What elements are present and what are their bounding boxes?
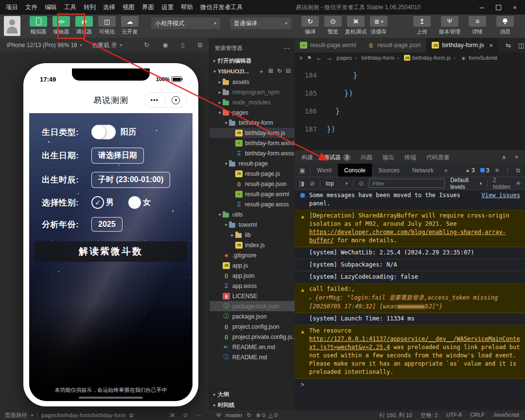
log-levels-dropdown[interactable]: Default levels ▾: [450, 177, 482, 190]
menu-item[interactable]: 视图: [122, 3, 135, 12]
toolbar-button[interactable]: 真机调试: [345, 16, 367, 35]
statusbar-item[interactable]: 空格: 2: [420, 412, 438, 419]
tree-item[interactable]: Ξ birthday-form.wxss: [210, 148, 295, 158]
popout-icon[interactable]: ⧉: [516, 167, 520, 174]
hidden-count[interactable]: 2 hidden: [493, 177, 510, 190]
tree-item[interactable]: ▸ miniprogram_npm: [210, 87, 295, 97]
radio-female[interactable]: [128, 196, 141, 209]
toolbar-button[interactable]: 编辑器: [50, 16, 72, 35]
compare-icon[interactable]: ⇆: [506, 42, 511, 49]
menu-item[interactable]: 转到: [84, 3, 96, 12]
rotate-icon[interactable]: ↻: [144, 41, 149, 49]
issue-counter[interactable]: 3: [480, 167, 490, 174]
statusbar-item[interactable]: 行 150, 列 10: [379, 412, 412, 419]
toolbar-button[interactable]: 编译: [299, 16, 321, 35]
minimize-button[interactable]: ─: [473, 1, 490, 14]
new-folder-icon[interactable]: ⊞: [268, 67, 273, 76]
date-picker[interactable]: 请选择日期: [91, 148, 144, 164]
refresh-icon[interactable]: ↻: [277, 67, 282, 76]
kebab-menu-icon[interactable]: ⋮: [505, 167, 510, 174]
editor-tab[interactable]: {} result-page.json ×: [362, 38, 426, 52]
tree-item[interactable]: ◆ .gitignore: [210, 250, 295, 260]
sync-icon[interactable]: ↻: [247, 412, 252, 419]
maximize-button[interactable]: [490, 1, 507, 14]
expand-toggle-icon[interactable]: ▸: [309, 296, 312, 301]
breadcrumb-item[interactable]: ◈ formSubmit: [451, 55, 497, 61]
split-editor-icon[interactable]: ◫: [518, 42, 524, 49]
menu-item[interactable]: 帮助: [181, 3, 193, 12]
tree-item[interactable]: Ξ result-page.wxss: [210, 199, 295, 209]
compile-dropdown[interactable]: 普通编译 ▾: [230, 17, 291, 29]
tree-item[interactable]: ▾ utils: [210, 209, 295, 219]
more-actions-icon[interactable]: ⋯: [283, 45, 290, 52]
mode-dropdown[interactable]: 小程序模式 ▾: [151, 17, 220, 29]
tree-item[interactable]: § LICENSE: [210, 291, 295, 301]
bug-icon[interactable]: Ж: [170, 412, 175, 419]
forward-icon[interactable]: →: [326, 54, 332, 61]
toolbar-button[interactable]: 上传: [408, 16, 436, 35]
tree-item[interactable]: {} project.private.config.js...: [210, 332, 295, 342]
tree-item[interactable]: JS index.js: [210, 240, 295, 250]
tree-item[interactable]: M↓ README.en.md: [210, 342, 295, 352]
context-selector[interactable]: top ▾: [326, 180, 348, 187]
devtools-tab[interactable]: Sources: [372, 164, 406, 177]
toolbar-button[interactable]: 预览: [322, 16, 344, 35]
close-button[interactable]: ×: [507, 1, 523, 14]
toolbar-button[interactable]: 消息: [491, 16, 519, 35]
console-message[interactable]: [295, 379, 525, 387]
copy-icon[interactable]: ⧉: [129, 412, 133, 419]
close-tab-icon[interactable]: ×: [490, 42, 493, 49]
device-selector[interactable]: iPhone 12/13 (Pro) 96% 16: [7, 42, 77, 49]
radio-male-checked[interactable]: ✓: [91, 196, 104, 209]
menu-item[interactable]: 微信开发者工具: [200, 3, 243, 12]
editor-tab[interactable]: ‹› result-page.wxml ×: [295, 38, 362, 52]
git-status[interactable]: Ψ master ↻ ⊗ 0 △ 0: [209, 412, 278, 419]
devtools-tab[interactable]: Network: [406, 164, 440, 177]
editor-tab[interactable]: JS birthday-form.js ×: [426, 38, 499, 52]
tree-item[interactable]: ‹› birthday-form.wxml: [210, 138, 295, 148]
tree-item[interactable]: ⓙ package-lock.json: [210, 301, 295, 311]
toolbar-button[interactable]: 清缓存: [368, 16, 390, 35]
toolbar-button[interactable]: 模拟器: [27, 16, 50, 35]
calendar-type-toggle[interactable]: [91, 125, 116, 139]
menu-item[interactable]: 工具: [64, 3, 76, 12]
open-editors-section[interactable]: ▸ 打开的编辑器: [210, 55, 295, 66]
devtools-tab[interactable]: Console: [338, 164, 372, 177]
tree-item[interactable]: ▸ lib: [210, 230, 295, 240]
panel-tab[interactable]: 代码质量: [426, 153, 450, 162]
more-actions-icon[interactable]: ⋯: [196, 412, 201, 419]
tree-item[interactable]: {} result-page.json: [210, 179, 295, 189]
statusbar-item[interactable]: CRLF: [470, 412, 485, 419]
code-area[interactable]: 184 } 185 }) 186 } 187 }): [295, 63, 525, 151]
tree-item[interactable]: ▾ birthday-form: [210, 118, 295, 128]
panel-tab[interactable]: 构建: [301, 153, 313, 162]
console-message[interactable]: Some messages have been moved to the Iss…: [295, 190, 525, 210]
error-counter[interactable]: ⊗ 0 △ 0: [256, 412, 277, 419]
page-path[interactable]: pages/birthday-form/birthday-form: [41, 412, 125, 418]
tree-item[interactable]: JS result-page.js: [210, 168, 295, 179]
console-messages[interactable]: Some messages have been moved to the Iss…: [295, 190, 525, 410]
back-icon[interactable]: ←: [316, 54, 322, 61]
toolbar-button[interactable]: 版本管理: [436, 16, 463, 35]
tree-item[interactable]: Ξ app.wxss: [210, 281, 295, 291]
panel-tab[interactable]: 调试器 3: [323, 153, 350, 162]
console-message[interactable]: [Deprecation] SharedArrayBuffer will req…: [295, 210, 525, 247]
toolbar-button[interactable]: 云开发: [119, 16, 141, 35]
close-panel-icon[interactable]: ×: [515, 154, 518, 161]
breadcrumb-item[interactable]: birthday-form: [352, 55, 395, 61]
bookmark-icon[interactable]: ⚑: [307, 55, 312, 61]
tree-item[interactable]: ▸ node_modules: [210, 97, 295, 107]
panel-tab[interactable]: 输出: [383, 153, 394, 162]
breadcrumb-item[interactable]: pages: [336, 55, 351, 61]
timeline-section[interactable]: ▸ 时间线: [210, 400, 295, 410]
menu-item[interactable]: 文件: [25, 3, 37, 12]
record-icon[interactable]: ◉: [162, 41, 168, 49]
tree-item[interactable]: JS birthday-form.js: [210, 128, 295, 138]
hot-reload-toggle[interactable]: 热重载 开: [92, 41, 117, 50]
console-settings-icon[interactable]: ✳: [516, 180, 521, 187]
tree-item[interactable]: ‹› result-page.wxml: [210, 189, 295, 199]
device-frame-icon[interactable]: ▯: [181, 41, 185, 49]
filter-input[interactable]: [369, 179, 445, 188]
list-icon[interactable]: ≡: [299, 55, 302, 61]
menu-item[interactable]: 选择: [103, 3, 115, 12]
